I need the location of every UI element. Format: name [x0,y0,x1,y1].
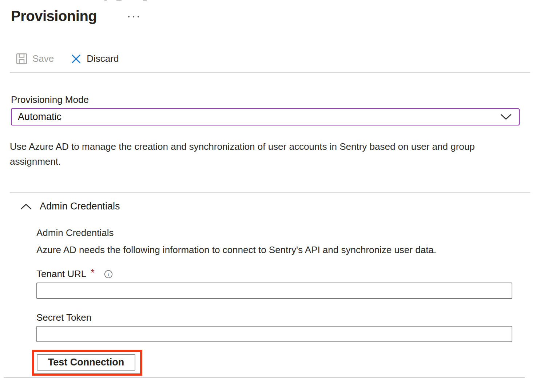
svg-text:i: i [108,272,109,277]
secret-token-input[interactable] [36,326,512,342]
chevron-down-icon [500,114,512,120]
tenant-url-label-row: Tenant URL * i [36,268,113,280]
divider [4,377,525,378]
divider [10,72,530,73]
provisioning-mode-label: Provisioning Mode [11,94,89,105]
clipped-text-remnant [116,0,122,1]
save-button[interactable]: Save [16,53,54,64]
provisioning-mode-description: Use Azure AD to manage the creation and … [10,139,487,169]
clipped-text-remnant [104,0,107,1]
clipped-text-remnant [143,0,147,1]
divider [10,192,530,193]
discard-x-icon [71,53,82,64]
required-asterisk: * [91,267,95,279]
discard-button-label: Discard [87,53,119,64]
test-connection-button[interactable]: Test Connection [37,354,135,371]
more-menu-icon[interactable] [127,15,140,19]
page-title: Provisioning [11,8,97,24]
info-icon[interactable]: i [104,270,113,279]
provisioning-mode-dropdown[interactable]: Automatic [11,108,520,125]
tenant-url-input[interactable] [36,283,512,299]
chevron-up-icon [20,203,32,210]
discard-button[interactable]: Discard [71,53,119,64]
save-icon [16,53,27,64]
command-bar: Save Discard [16,53,119,64]
admin-credentials-description: Azure AD needs the following information… [36,244,436,256]
save-button-label: Save [32,53,54,64]
tenant-url-label: Tenant URL [36,268,86,280]
admin-credentials-subtitle: Admin Credentials [36,227,114,239]
provisioning-blade: Provisioning Save Discard [0,0,540,392]
admin-credentials-section-toggle[interactable]: Admin Credentials [17,199,123,213]
admin-credentials-section-title: Admin Credentials [40,201,120,212]
secret-token-label: Secret Token [36,312,91,323]
provisioning-mode-selected-value: Automatic [18,111,61,123]
